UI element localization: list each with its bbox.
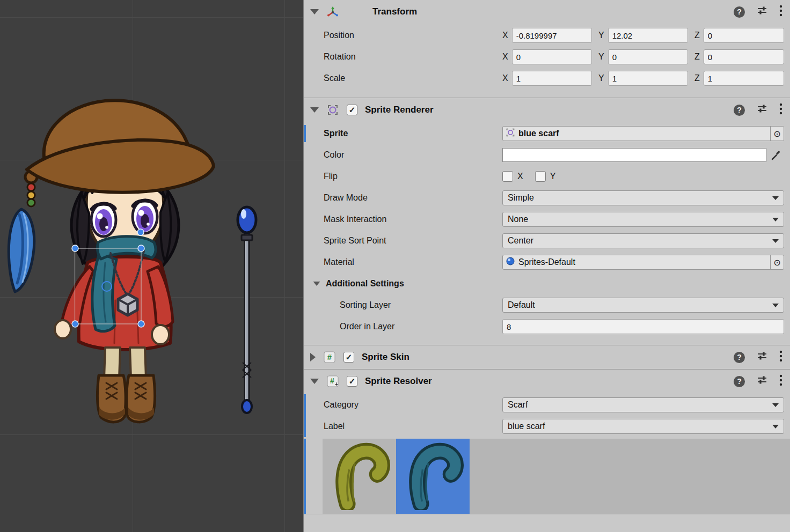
axis-x-label: X	[502, 31, 508, 40]
axis-y-label: Y	[598, 52, 604, 62]
component-title: Transform	[372, 6, 417, 17]
foldout-open-icon[interactable]	[310, 9, 319, 14]
scale-z-field[interactable]	[704, 71, 784, 86]
flip-label: Flip	[324, 172, 502, 181]
presets-icon[interactable]	[757, 375, 767, 388]
kebab-menu-icon[interactable]	[779, 350, 782, 364]
additional-settings-row[interactable]: Additional Settings	[304, 273, 790, 294]
scene-canvas	[0, 0, 303, 532]
position-z-field[interactable]	[704, 28, 784, 43]
position-x-field[interactable]	[512, 28, 592, 43]
sprite-sort-point-label: Sprite Sort Point	[324, 236, 502, 246]
kebab-menu-icon[interactable]	[779, 374, 782, 388]
scale-x-field[interactable]	[512, 71, 592, 86]
draw-mode-row: Draw Mode Simple	[304, 187, 790, 209]
mask-interaction-row: Mask Interaction None	[304, 209, 790, 230]
character-sprite	[9, 100, 214, 422]
rotation-z-field[interactable]	[704, 49, 784, 64]
order-in-layer-row: Order in Layer	[304, 316, 790, 337]
scale-row: Scale X Y Z	[304, 68, 790, 89]
sprite-renderer-component: ✓ Sprite Renderer ?	[304, 98, 790, 345]
inspector-panel: Transform ?	[303, 0, 790, 532]
sprite-skin-header[interactable]: # ✓ Sprite Skin ?	[304, 345, 790, 369]
mask-interaction-dropdown[interactable]: None	[502, 212, 784, 227]
help-icon[interactable]: ?	[734, 105, 745, 116]
category-dropdown[interactable]: Scarf	[502, 397, 784, 412]
flip-y-checkbox[interactable]	[535, 171, 546, 182]
category-label: Category	[324, 400, 502, 410]
sprite-mini-icon	[506, 128, 515, 139]
axis-y-label: Y	[598, 31, 604, 40]
transform-icon	[326, 5, 339, 18]
color-label: Color	[324, 150, 502, 160]
svg-text:#: #	[327, 352, 332, 361]
axis-z-label: Z	[694, 31, 700, 40]
eyedropper-icon[interactable]	[769, 149, 784, 161]
flip-x-label: X	[517, 172, 523, 181]
label-label: Label	[324, 422, 502, 431]
draw-mode-dropdown[interactable]: Simple	[502, 190, 784, 205]
material-label: Material	[324, 257, 502, 267]
object-picker-icon[interactable]: ⊙	[770, 127, 784, 141]
sprite-thumbnail-blue-scarf[interactable]	[396, 439, 470, 514]
sprite-sort-point-dropdown[interactable]: Center	[502, 233, 784, 248]
order-in-layer-field[interactable]	[502, 319, 784, 334]
label-row: Label blue scarf	[304, 416, 790, 437]
presets-icon[interactable]	[757, 104, 767, 116]
foldout-open-icon[interactable]	[310, 107, 319, 113]
transform-header[interactable]: Transform ?	[304, 0, 790, 24]
help-icon[interactable]: ?	[734, 352, 745, 363]
flip-x-checkbox[interactable]	[502, 171, 513, 182]
object-picker-icon[interactable]: ⊙	[770, 255, 784, 269]
order-in-layer-label: Order in Layer	[340, 322, 502, 331]
help-icon[interactable]: ?	[734, 376, 745, 387]
rotation-x-field[interactable]	[512, 49, 592, 64]
component-title: Sprite Resolver	[365, 376, 432, 387]
sorting-layer-row: Sorting Layer Default	[304, 294, 790, 316]
color-row: Color	[304, 144, 790, 166]
axis-y-label: Y	[598, 73, 604, 83]
presets-icon[interactable]	[757, 351, 767, 364]
flip-row: Flip X Y	[304, 166, 790, 187]
kebab-menu-icon[interactable]	[779, 103, 782, 117]
rotation-y-field[interactable]	[608, 49, 688, 64]
sorting-layer-dropdown[interactable]: Default	[502, 298, 784, 313]
label-dropdown[interactable]: blue scarf	[502, 419, 784, 434]
color-swatch[interactable]	[502, 148, 766, 162]
component-enabled-checkbox[interactable]: ✓	[347, 376, 357, 387]
component-enabled-checkbox[interactable]: ✓	[343, 352, 354, 363]
sprite-thumbnail-green-scarf[interactable]	[323, 439, 396, 514]
mask-interaction-value: None	[508, 215, 528, 224]
kebab-menu-icon[interactable]	[779, 5, 782, 19]
sprite-sort-point-value: Center	[508, 236, 533, 246]
sprite-renderer-icon	[326, 104, 339, 116]
position-y-field[interactable]	[608, 28, 688, 43]
sprite-resolver-component: # + ✓ Sprite Resolver ?	[304, 369, 790, 514]
help-icon[interactable]: ?	[734, 6, 745, 18]
sprite-variant-picker	[304, 439, 790, 514]
sprite-label: Sprite	[324, 129, 502, 138]
material-row: Material Sprites-Default ⊙	[304, 252, 790, 273]
component-enabled-checkbox[interactable]: ✓	[347, 105, 357, 115]
flip-y-label: Y	[550, 172, 556, 181]
sprite-object-field[interactable]: blue scarf ⊙	[502, 126, 784, 141]
staff-sprite	[238, 207, 256, 413]
presets-icon[interactable]	[757, 5, 767, 18]
sprite-object-name: blue scarf	[518, 129, 559, 138]
sprite-resolver-header[interactable]: # + ✓ Sprite Resolver ?	[304, 370, 790, 393]
component-title: Sprite Skin	[362, 352, 409, 363]
material-mini-icon	[506, 256, 515, 268]
category-row: Category Scarf	[304, 394, 790, 416]
script-icon: #	[323, 351, 336, 364]
component-title: Sprite Renderer	[365, 105, 434, 115]
sorting-layer-value: Default	[508, 300, 535, 310]
boots-sprite	[97, 375, 155, 422]
material-object-field[interactable]: Sprites-Default ⊙	[502, 255, 784, 270]
foldout-open-icon[interactable]	[313, 282, 320, 286]
foldout-open-icon[interactable]	[310, 379, 319, 384]
scene-view[interactable]	[0, 0, 303, 532]
sprite-renderer-header[interactable]: ✓ Sprite Renderer ?	[304, 98, 790, 122]
scale-y-field[interactable]	[608, 71, 688, 86]
foldout-closed-icon[interactable]	[310, 353, 316, 361]
sprite-row: Sprite blue scarf ⊙	[304, 123, 790, 144]
